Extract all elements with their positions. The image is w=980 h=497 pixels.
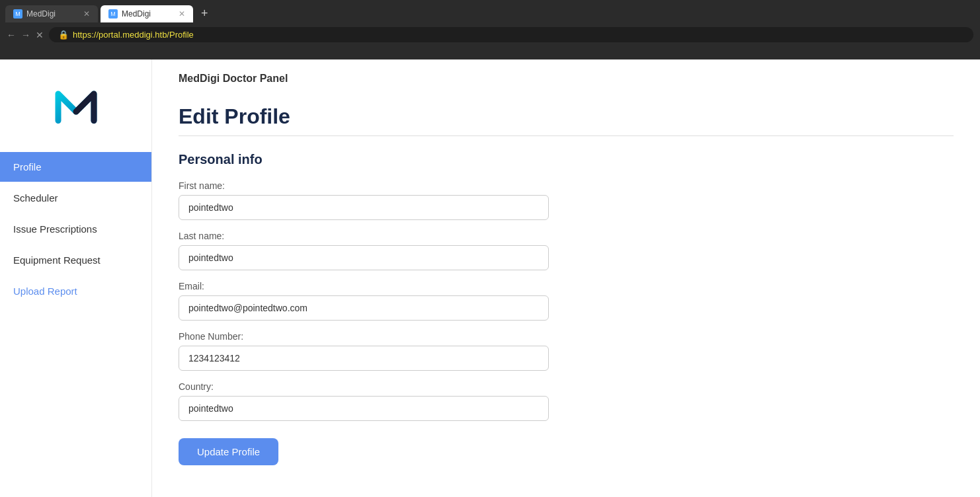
sidebar-item-issue-prescriptions[interactable]: Issue Prescriptions bbox=[0, 214, 151, 244]
sidebar-item-profile[interactable]: Profile bbox=[0, 152, 151, 182]
profile-form: First name: Last name: Email: Phone Numb… bbox=[179, 180, 954, 465]
browser-chrome: M MedDigi ✕ M MedDigi ✕ + ← → ✕ 🔒 https:… bbox=[0, 0, 980, 59]
tab-close-1[interactable]: ✕ bbox=[83, 9, 90, 19]
page-title: Edit Profile bbox=[179, 104, 954, 129]
last-name-label: Last name: bbox=[179, 231, 954, 241]
tab-1[interactable]: M MedDigi ✕ bbox=[5, 5, 98, 22]
panel-title: MedDigi Doctor Panel bbox=[179, 73, 954, 85]
sidebar-item-upload-report[interactable]: Upload Report bbox=[0, 276, 151, 306]
section-title: Personal info bbox=[179, 152, 954, 167]
forward-button[interactable]: → bbox=[21, 30, 30, 40]
last-name-input[interactable] bbox=[179, 245, 549, 270]
tab-bar: M MedDigi ✕ M MedDigi ✕ + bbox=[0, 0, 980, 23]
security-icon: 🔒 bbox=[58, 30, 69, 40]
sidebar: Profile Scheduler Issue Prescriptions Eq… bbox=[0, 59, 152, 497]
divider bbox=[179, 135, 954, 136]
tab-close-2[interactable]: ✕ bbox=[179, 9, 185, 19]
new-tab-button[interactable]: + bbox=[196, 4, 214, 23]
first-name-label: First name: bbox=[179, 180, 954, 191]
tab-label-2: MedDigi bbox=[122, 9, 151, 19]
meddigi-logo bbox=[46, 76, 106, 135]
update-profile-button[interactable]: Update Profile bbox=[179, 438, 278, 465]
phone-input[interactable] bbox=[179, 346, 549, 371]
address-input-container[interactable]: 🔒 https://portal.meddigi.htb/Profile bbox=[49, 27, 973, 42]
email-label: Email: bbox=[179, 281, 954, 291]
email-group: Email: bbox=[179, 281, 954, 321]
sidebar-item-scheduler[interactable]: Scheduler bbox=[0, 183, 151, 213]
country-label: Country: bbox=[179, 381, 954, 392]
tab-favicon-1: M bbox=[13, 9, 22, 19]
tab-label-1: MedDigi bbox=[26, 9, 56, 19]
app-layout: Profile Scheduler Issue Prescriptions Eq… bbox=[0, 59, 980, 497]
tab-2[interactable]: M MedDigi ✕ bbox=[101, 5, 193, 22]
phone-group: Phone Number: bbox=[179, 331, 954, 371]
country-input[interactable] bbox=[179, 396, 549, 421]
main-content: MedDigi Doctor Panel Edit Profile Person… bbox=[152, 59, 980, 497]
tab-favicon-2: M bbox=[108, 9, 118, 19]
sidebar-item-equipment-request[interactable]: Equipment Request bbox=[0, 245, 151, 275]
nav-menu: Profile Scheduler Issue Prescriptions Eq… bbox=[0, 152, 151, 306]
email-input[interactable] bbox=[179, 295, 549, 321]
reload-button[interactable]: ✕ bbox=[36, 30, 44, 40]
country-group: Country: bbox=[179, 381, 954, 421]
first-name-group: First name: bbox=[179, 180, 954, 220]
url-text: https://portal.meddigi.htb/Profile bbox=[73, 30, 194, 40]
address-bar: ← → ✕ 🔒 https://portal.meddigi.htb/Profi… bbox=[0, 23, 980, 46]
first-name-input[interactable] bbox=[179, 195, 549, 220]
back-button[interactable]: ← bbox=[7, 30, 16, 40]
phone-label: Phone Number: bbox=[179, 331, 954, 342]
last-name-group: Last name: bbox=[179, 231, 954, 270]
logo-container bbox=[43, 73, 109, 139]
